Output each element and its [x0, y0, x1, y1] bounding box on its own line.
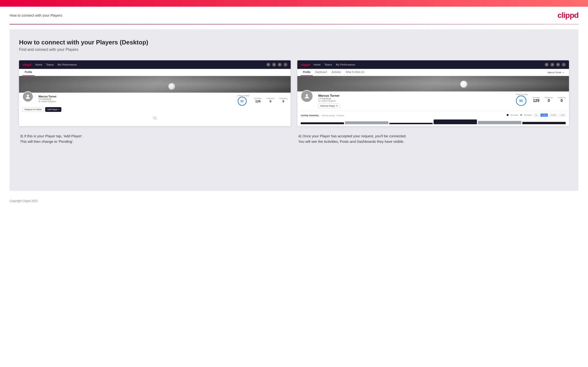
- page-title: How to connect with your Players (Deskto…: [19, 39, 569, 46]
- user-icon-right[interactable]: [550, 63, 554, 67]
- header-divider: [9, 24, 579, 25]
- description-text-right: 4) Once your Player has accepted your re…: [298, 133, 568, 144]
- tab-profile-left[interactable]: Profile: [22, 69, 35, 76]
- avatar-circle-left: [22, 91, 33, 102]
- app-logo-right: clippd: [301, 63, 310, 67]
- profile-banner-right: [297, 76, 569, 92]
- quality-stat-right: Player Quality 92: [516, 93, 528, 106]
- screenshot-left: clippd Home Teams My Performance ⚙: [19, 60, 291, 126]
- avatar-icon-left[interactable]: [284, 63, 287, 67]
- chevron-down-icon: [562, 72, 564, 73]
- on-course-label: On course: [510, 114, 518, 116]
- activity-section-right: Activity Summary Monthly Activity · 6 Mo…: [297, 111, 569, 126]
- logo: clippd: [558, 11, 579, 20]
- svg-point-10: [563, 64, 564, 65]
- player-name-right: Marcus Turner: [318, 94, 514, 97]
- activity-title-group: Activity Summary Monthly Activity · 6 Mo…: [301, 113, 344, 117]
- tab-profile-right[interactable]: Profile: [301, 69, 313, 76]
- nav-home-left[interactable]: Home: [35, 63, 42, 66]
- following-stat-left: Following 0: [279, 97, 287, 103]
- golf-ball-right: [460, 81, 467, 88]
- stats-section-right: Player Quality 92 Activities 129 Followe…: [516, 93, 566, 106]
- nav-icons-left: ⚙: [266, 63, 287, 67]
- activities-label-left: Activities: [254, 97, 262, 100]
- nav-links-left: Home Teams My Performance: [35, 63, 266, 66]
- avatar-icon-right[interactable]: [562, 63, 566, 67]
- svg-point-3: [285, 64, 286, 65]
- bar-4: [434, 119, 477, 124]
- activity-controls: On course Off course 1 yr 6 mths 3 mths …: [507, 114, 566, 117]
- profile-info-right: Marcus Turner 1-5 Handicap United Kingdo…: [297, 92, 569, 111]
- settings-icon-left[interactable]: ⚙: [278, 63, 282, 67]
- settings-icon-right[interactable]: ⚙: [556, 63, 560, 67]
- svg-line-1: [268, 65, 269, 65]
- request-follow-button[interactable]: Request to Follow: [22, 107, 44, 112]
- header-title: How to connect with your Players: [9, 13, 62, 17]
- period-1yr[interactable]: 1 yr: [534, 114, 539, 117]
- nav-performance-left[interactable]: My Performance: [58, 63, 77, 66]
- screenshot-right: clippd Home Teams My Performance ⚙: [297, 60, 569, 126]
- remove-player-label: Remove Player: [320, 105, 335, 107]
- nav-performance-right[interactable]: My Performance: [336, 63, 355, 66]
- search-icon-left[interactable]: [266, 63, 270, 67]
- activities-stat-right: Activities 129: [532, 96, 540, 103]
- svg-point-12: [319, 100, 320, 101]
- player-dropdown-label: Marcus Turner: [548, 71, 561, 74]
- remove-x-icon: ✕: [336, 105, 338, 107]
- period-3mths[interactable]: 3 mths: [550, 114, 557, 117]
- user-icon-left[interactable]: [272, 63, 276, 67]
- period-6mths[interactable]: 6 mths: [540, 114, 548, 117]
- player-dropdown[interactable]: Marcus Turner: [546, 69, 566, 76]
- add-player-label: Add Player: [47, 108, 58, 111]
- quality-label-right: Player Quality: [516, 93, 528, 95]
- scroll-icon-left: [153, 117, 157, 121]
- period-1mth[interactable]: 1 mth: [559, 114, 566, 117]
- tab-whattoworkon-right[interactable]: What To Work On: [344, 69, 367, 76]
- description-text-left: 3) If this is your Player tap, 'Add Play…: [20, 133, 290, 144]
- tab-dashboard-right[interactable]: Dashboard: [313, 69, 329, 76]
- remove-player-wrap: Remove Player ✕: [318, 104, 514, 108]
- tab-activities-right[interactable]: Activities: [329, 69, 343, 76]
- following-value-right: 0: [558, 99, 566, 103]
- activity-subtitle: Monthly Activity · 6 Months: [322, 115, 344, 117]
- nav-home-right[interactable]: Home: [313, 63, 320, 66]
- followers-label-left: Followers: [266, 97, 275, 100]
- avatar-left: [22, 91, 33, 102]
- top-bar: [0, 0, 588, 7]
- nav-icons-right: ⚙: [545, 63, 566, 67]
- bar-6: [522, 122, 566, 124]
- on-course-dot: [507, 114, 509, 116]
- app-navbar-left: clippd Home Teams My Performance ⚙: [19, 60, 291, 69]
- activity-title: Activity Summary: [301, 114, 319, 117]
- descriptions-row: 3) If this is your Player tap, 'Add Play…: [19, 133, 569, 144]
- avatar-right: [301, 90, 313, 102]
- bar-3: [389, 123, 433, 124]
- activities-label-right: Activities: [532, 96, 540, 99]
- player-name-left: Marcus Turner: [39, 95, 235, 98]
- search-icon-right[interactable]: [545, 63, 548, 67]
- svg-point-0: [267, 64, 268, 65]
- page-subtitle: Find and connect with your Players: [19, 48, 569, 52]
- svg-point-11: [306, 94, 308, 96]
- activities-stat-left: Activities 129: [254, 97, 262, 103]
- following-value-left: 0: [279, 100, 287, 103]
- bar-5: [478, 121, 521, 124]
- followers-value-left: 0: [266, 100, 275, 103]
- nav-teams-right[interactable]: Teams: [324, 63, 332, 66]
- stats-section-left: Player Quality 92 Activities 129 Followe…: [238, 94, 287, 106]
- remove-player-button[interactable]: Remove Player ✕: [318, 104, 340, 108]
- svg-point-2: [274, 64, 275, 65]
- bar-1: [301, 122, 344, 124]
- add-player-button[interactable]: Add Player +: [45, 107, 61, 112]
- followers-stat-left: Followers 0: [266, 97, 275, 103]
- followers-stat-right: Followers 0: [545, 96, 553, 103]
- svg-point-7: [546, 64, 547, 65]
- following-label-left: Following: [279, 97, 287, 100]
- activity-chart: [301, 118, 566, 124]
- profile-banner-left: [19, 76, 291, 93]
- add-icon: +: [58, 108, 60, 111]
- banner-texture-left: [21, 77, 291, 93]
- svg-point-9: [552, 64, 553, 65]
- description-right: 4) Once your Player has accepted your re…: [297, 133, 569, 144]
- nav-teams-left[interactable]: Teams: [46, 63, 54, 66]
